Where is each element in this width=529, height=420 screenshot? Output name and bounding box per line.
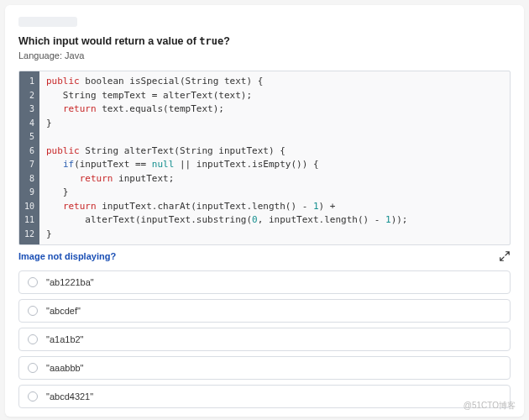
code-block: 123456789101112 public boolean isSpecial…: [18, 71, 511, 245]
code-line: alterText(inputText.substring(0, inputTe…: [46, 213, 408, 228]
question-text: Which input would return a value of true…: [18, 35, 511, 47]
answer-options: "ab1221ba""abcdef""a1a1b2""aaabbb""abcd4…: [18, 270, 511, 408]
line-number: 7: [23, 158, 34, 172]
answer-option[interactable]: "aaabbb": [18, 356, 511, 380]
radio-icon: [28, 277, 38, 287]
answer-option[interactable]: "abcd4321": [18, 385, 511, 408]
language-label: Language: Java: [18, 50, 511, 60]
question-prefix: Which input would return a value of: [18, 35, 199, 47]
line-number: 11: [23, 213, 34, 228]
radio-icon: [28, 391, 38, 402]
option-label: "a1a1b2": [46, 334, 84, 344]
code-line: }: [46, 186, 408, 200]
code-line: [46, 130, 408, 144]
image-help-row: Image not displaying?: [18, 250, 511, 262]
option-label: "ab1221ba": [46, 277, 94, 287]
image-not-displaying-link[interactable]: Image not displaying?: [18, 251, 116, 261]
code-line: return inputText;: [46, 172, 408, 186]
code-line: }: [46, 228, 408, 242]
answer-option[interactable]: "a1a1b2": [18, 328, 511, 351]
answer-option[interactable]: "abcdef": [18, 299, 511, 323]
radio-icon: [28, 306, 38, 316]
line-number: 12: [23, 228, 34, 242]
code-content: public boolean isSpecial(String text) { …: [39, 71, 415, 244]
radio-icon: [28, 363, 38, 373]
line-number: 4: [23, 117, 34, 131]
option-label: "abcdef": [46, 306, 81, 316]
code-line: }: [46, 117, 408, 131]
answer-option[interactable]: "ab1221ba": [18, 270, 511, 294]
code-line: public String alterText(String inputText…: [46, 144, 408, 159]
code-line: return inputText.charAt(inputText.length…: [46, 200, 408, 214]
code-line: return text.equals(tempText);: [46, 102, 408, 117]
line-number: 8: [23, 172, 34, 186]
line-number: 9: [23, 186, 34, 200]
line-number-gutter: 123456789101112: [19, 71, 39, 244]
code-line: public boolean isSpecial(String text) {: [46, 75, 408, 89]
question-suffix: ?: [223, 35, 230, 47]
header-placeholder: [18, 17, 77, 27]
option-label: "abcd4321": [46, 391, 93, 402]
question-card: Which input would return a value of true…: [5, 5, 524, 417]
question-mono: true: [199, 35, 223, 47]
line-number: 3: [23, 102, 34, 117]
line-number: 10: [23, 200, 34, 214]
radio-icon: [28, 334, 38, 344]
line-number: 1: [23, 75, 34, 89]
option-label: "aaabbb": [46, 363, 84, 373]
line-number: 6: [23, 144, 34, 159]
code-line: if(inputText == null || inputText.isEmpt…: [46, 158, 408, 172]
expand-icon[interactable]: [499, 250, 511, 262]
code-line: String tempText = alterText(text);: [46, 89, 408, 103]
line-number: 5: [23, 130, 34, 144]
watermark-text: @51CTO博客: [464, 400, 516, 412]
line-number: 2: [23, 89, 34, 103]
